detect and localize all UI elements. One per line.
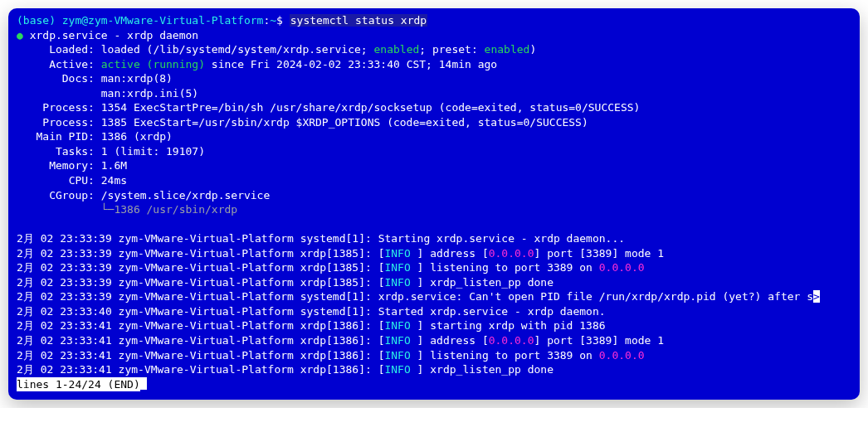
- cgroup-row: CGroup: /system.slice/xrdp.service: [17, 188, 851, 203]
- prompt-path: ~: [270, 14, 276, 27]
- log-area: 2月 02 23:33:39 zym-VMware-Virtual-Platfo…: [17, 231, 851, 376]
- pager-status: lines 1-24/24 (END): [17, 377, 851, 392]
- docs-row: Docs: man:xrdp(8): [17, 71, 851, 86]
- blank: [17, 217, 851, 232]
- prompt-env: (base): [17, 14, 56, 27]
- log-line: 2月 02 23:33:41 zym-VMware-Virtual-Platfo…: [17, 333, 851, 348]
- cgroup-tree: └─1386 /usr/sbin/xrdp: [17, 202, 851, 217]
- mainpid-row: Main PID: 1386 (xrdp): [17, 129, 851, 144]
- log-line: 2月 02 23:33:39 zym-VMware-Virtual-Platfo…: [17, 231, 851, 246]
- cursor-icon: [140, 377, 147, 390]
- log-line: 2月 02 23:33:41 zym-VMware-Virtual-Platfo…: [17, 318, 851, 333]
- log-line: 2月 02 23:33:39 zym-VMware-Virtual-Platfo…: [17, 275, 851, 290]
- prompt-line: (base) zym@zym-VMware-Virtual-Platform:~…: [17, 13, 851, 28]
- process2-row: Process: 1385 ExecStart=/usr/sbin/xrdp $…: [17, 115, 851, 130]
- tasks-row: Tasks: 1 (limit: 19107): [17, 144, 851, 159]
- loaded-row: Loaded: loaded (/lib/systemd/system/xrdp…: [17, 42, 851, 57]
- log-line: 2月 02 23:33:39 zym-VMware-Virtual-Platfo…: [17, 289, 851, 304]
- log-line: 2月 02 23:33:40 zym-VMware-Virtual-Platfo…: [17, 304, 851, 319]
- log-line: 2月 02 23:33:39 zym-VMware-Virtual-Platfo…: [17, 246, 851, 261]
- docs-row-2: man:xrdp.ini(5): [17, 86, 851, 101]
- status-dot-icon: ●: [17, 29, 23, 41]
- terminal-window[interactable]: (base) zym@zym-VMware-Virtual-Platform:~…: [8, 8, 860, 400]
- memory-row: Memory: 1.6M: [17, 158, 851, 173]
- unit-title: ● xrdp.service - xrdp daemon: [17, 28, 851, 43]
- command: systemctl status xrdp: [290, 14, 427, 27]
- log-line: 2月 02 23:33:41 zym-VMware-Virtual-Platfo…: [17, 362, 851, 377]
- log-line: 2月 02 23:33:39 zym-VMware-Virtual-Platfo…: [17, 260, 851, 275]
- process1-row: Process: 1354 ExecStartPre=/bin/sh /usr/…: [17, 100, 851, 115]
- active-row: Active: active (running) since Fri 2024-…: [17, 57, 851, 72]
- cpu-row: CPU: 24ms: [17, 173, 851, 188]
- log-line: 2月 02 23:33:41 zym-VMware-Virtual-Platfo…: [17, 348, 851, 363]
- prompt-userhost: zym@zym-VMware-Virtual-Platform: [62, 14, 264, 27]
